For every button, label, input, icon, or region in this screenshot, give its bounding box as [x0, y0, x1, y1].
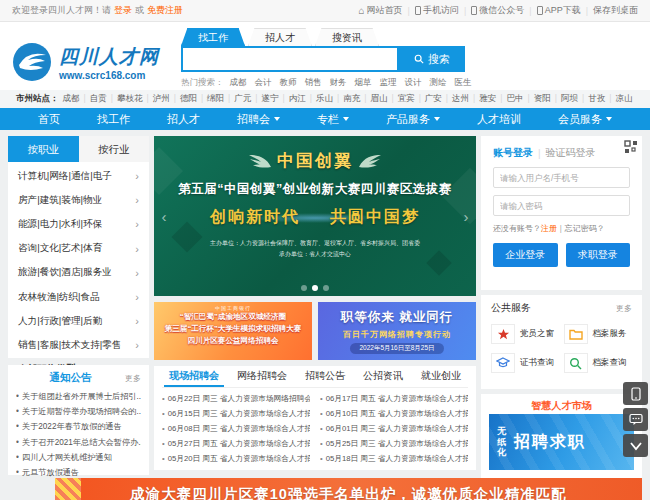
- notices-more-link[interactable]: 更多: [125, 373, 141, 384]
- qr-code-toggle[interactable]: [622, 138, 640, 156]
- job-fair-tab[interactable]: 现场招聘会: [164, 366, 224, 387]
- notice-item[interactable]: 关于组团赴省外开展博士后招引...: [16, 389, 141, 404]
- job-fair-item[interactable]: 06月08日 周三 省人力资源市场综合人才招聘...: [162, 421, 310, 436]
- city-link[interactable]: 德阳: [180, 93, 207, 105]
- hot-keyword-link[interactable]: 成都: [230, 77, 247, 89]
- service-party-window[interactable]: 党员之窗: [491, 324, 560, 344]
- nav-item[interactable]: 招聘会: [237, 112, 280, 127]
- services-more-link[interactable]: 更多: [616, 303, 632, 314]
- city-link[interactable]: 内江: [289, 93, 316, 105]
- job-fair-item[interactable]: 06月01日 周三 省人力资源市场综合人才招聘...: [320, 421, 468, 436]
- tab-by-occupation[interactable]: 按职业: [8, 136, 79, 162]
- carousel-dot[interactable]: [301, 285, 307, 291]
- search-input[interactable]: [181, 46, 399, 72]
- nav-item[interactable]: 招人才: [167, 112, 200, 127]
- bottom-promo-banner[interactable]: 成渝大赛四川片区赛10强选手名单出炉，诚邀优质企业精准匹配: [55, 478, 642, 500]
- job-fair-item[interactable]: 06月15日 周三 省人力资源市场综合人才招聘...: [162, 406, 310, 421]
- city-link[interactable]: 甘孜: [588, 93, 615, 105]
- hot-keyword-link[interactable]: 测绘: [430, 77, 447, 89]
- password-field[interactable]: [493, 195, 630, 216]
- job-fair-tab[interactable]: 招聘公告: [300, 366, 350, 387]
- app-download-link[interactable]: APP下载: [537, 4, 581, 17]
- city-link[interactable]: 宜宾: [398, 93, 425, 105]
- search-tab[interactable]: 搜资讯: [315, 28, 379, 46]
- save-desktop-link[interactable]: 保存到桌面: [593, 4, 638, 17]
- smart-market-banner[interactable]: 无纸化 招聘求职: [489, 414, 634, 470]
- nav-item[interactable]: 会员服务: [558, 112, 612, 127]
- nav-item[interactable]: 人才培训: [477, 112, 521, 127]
- carousel-dot[interactable]: [312, 285, 318, 291]
- company-login-button[interactable]: 企业登录: [493, 243, 558, 267]
- service-certificate-query[interactable]: 证书查询: [491, 353, 560, 373]
- hot-keyword-link[interactable]: 监理: [380, 77, 397, 89]
- mobile-access-link[interactable]: 手机访问: [415, 4, 459, 17]
- category-row[interactable]: 能源|电力|水利|环保: [8, 212, 149, 236]
- job-fair-item[interactable]: 06月17日 周五 省人力资源市场综合人才招聘...: [320, 391, 468, 406]
- city-link[interactable]: 阿坝: [561, 93, 588, 105]
- hot-keyword-link[interactable]: 财务: [330, 77, 347, 89]
- job-fair-tab[interactable]: 公招资讯: [358, 366, 408, 387]
- carousel-next-arrow[interactable]: [460, 208, 472, 225]
- city-link[interactable]: 广安: [425, 93, 452, 105]
- job-fair-tab[interactable]: 就业创业: [416, 366, 466, 387]
- category-row[interactable]: 农林牧渔|纺织|食品: [8, 285, 149, 309]
- register-link-small[interactable]: 注册: [541, 224, 557, 233]
- mobile-version-button[interactable]: [623, 382, 648, 405]
- city-link[interactable]: 绵阳: [207, 93, 234, 105]
- hot-keyword-link[interactable]: 教师: [280, 77, 297, 89]
- nav-item[interactable]: 找工作: [97, 112, 130, 127]
- city-link[interactable]: 巴中: [507, 93, 534, 105]
- category-row[interactable]: 人力|行政|管理|后勤: [8, 309, 149, 333]
- login-link[interactable]: 登录: [114, 5, 132, 15]
- service-archive[interactable]: 档案服务: [564, 324, 633, 344]
- nav-item[interactable]: 专栏: [317, 112, 349, 127]
- city-link[interactable]: 广元: [234, 93, 261, 105]
- scroll-down-button[interactable]: [623, 434, 648, 457]
- username-field[interactable]: [493, 167, 630, 188]
- wechat-account-link[interactable]: 微信公众号: [471, 4, 524, 17]
- carousel-dot[interactable]: [323, 285, 329, 291]
- promo-banner-employment-action[interactable]: 职等你来 就业同行 百日千万网络招聘专项行动 2022年5月16日至8月25日: [318, 302, 476, 360]
- carousel-prev-arrow[interactable]: [158, 208, 170, 225]
- nav-item[interactable]: 首页: [38, 112, 60, 127]
- notice-item[interactable]: 关于近期暂停举办现场招聘会的...: [16, 404, 141, 419]
- city-link[interactable]: 泸州: [153, 93, 180, 105]
- search-tab[interactable]: 招人才: [248, 28, 312, 46]
- notice-item[interactable]: 关于召开2021年总结大会暂停办...: [16, 435, 141, 450]
- notice-item[interactable]: 四川人才网关机维护通知: [16, 450, 141, 465]
- hot-keyword-link[interactable]: 设计: [405, 77, 422, 89]
- register-link[interactable]: 免费注册: [147, 5, 183, 15]
- city-link[interactable]: 凉山: [615, 93, 632, 105]
- customer-service-button[interactable]: [623, 408, 648, 431]
- category-row[interactable]: 咨询|文化|艺术|体育: [8, 237, 149, 261]
- search-button[interactable]: 搜索: [399, 46, 465, 72]
- site-home-link[interactable]: ⌂网站首页: [359, 4, 403, 17]
- hot-keyword-link[interactable]: 会计: [255, 77, 272, 89]
- city-link[interactable]: 攀枝花: [117, 93, 153, 105]
- forgot-password-link[interactable]: 忘记密码？: [565, 224, 605, 233]
- city-link[interactable]: 雅安: [479, 93, 506, 105]
- city-link[interactable]: 眉山: [370, 93, 397, 105]
- hot-keyword-link[interactable]: 销售: [305, 77, 322, 89]
- notice-item[interactable]: 关于2022年春节放假的通告: [16, 419, 141, 434]
- category-row[interactable]: 房产|建筑|装饰|物业: [8, 188, 149, 212]
- promo-banner-zhihui-bashu[interactable]: 中国工商银行 “智汇巴蜀”成渝地区双城经济圈 第三届“工行杯”大学生模拟求职招聘…: [154, 302, 312, 360]
- job-fair-item[interactable]: 05月27日 周五 省人力资源市场综合人才招聘...: [162, 436, 310, 451]
- job-fair-item[interactable]: 05月20日 周五 省人力资源市场综合人才招聘会: [162, 451, 310, 466]
- category-row[interactable]: 销售|客服|技术支持|零售: [8, 333, 149, 357]
- tab-account-login[interactable]: 账号登录: [493, 146, 533, 160]
- city-link[interactable]: 遂宁: [262, 93, 289, 105]
- city-link[interactable]: 资阳: [534, 93, 561, 105]
- nav-item[interactable]: 产品服务: [386, 112, 440, 127]
- hot-keyword-link[interactable]: 烟草: [355, 77, 372, 89]
- job-fair-item[interactable]: 05月25日 周三 省人力资源市场综合人才招聘...: [320, 436, 468, 451]
- category-row[interactable]: 计算机|网络|通信|电子: [8, 164, 149, 188]
- tab-by-industry[interactable]: 按行业: [79, 136, 150, 162]
- job-fair-item[interactable]: 06月10日 周五 省人力资源市场综合人才招聘会: [320, 406, 468, 421]
- site-logo[interactable]: 四川人才网 www.scrc168.com: [12, 34, 159, 90]
- search-tab[interactable]: 找工作: [181, 28, 245, 46]
- city-link[interactable]: 自贡: [90, 93, 117, 105]
- tab-code-login[interactable]: 验证码登录: [546, 146, 596, 160]
- hot-keyword-link[interactable]: 医生: [455, 77, 472, 89]
- service-archive-query[interactable]: 档案查询: [564, 353, 633, 373]
